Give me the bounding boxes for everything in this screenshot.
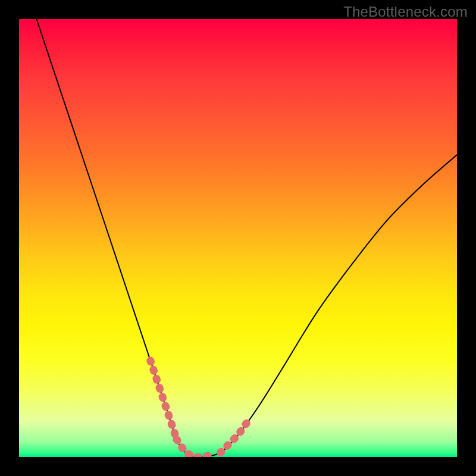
marker-bottom-band <box>177 440 212 457</box>
chart-frame: TheBottleneck.com <box>0 0 476 476</box>
plot-area <box>19 19 457 457</box>
marker-left-band <box>151 361 177 439</box>
watermark-text: TheBottleneck.com <box>343 4 468 20</box>
bottleneck-curve <box>36 19 457 457</box>
marker-right-band <box>221 423 247 453</box>
curve-layer <box>19 19 457 457</box>
